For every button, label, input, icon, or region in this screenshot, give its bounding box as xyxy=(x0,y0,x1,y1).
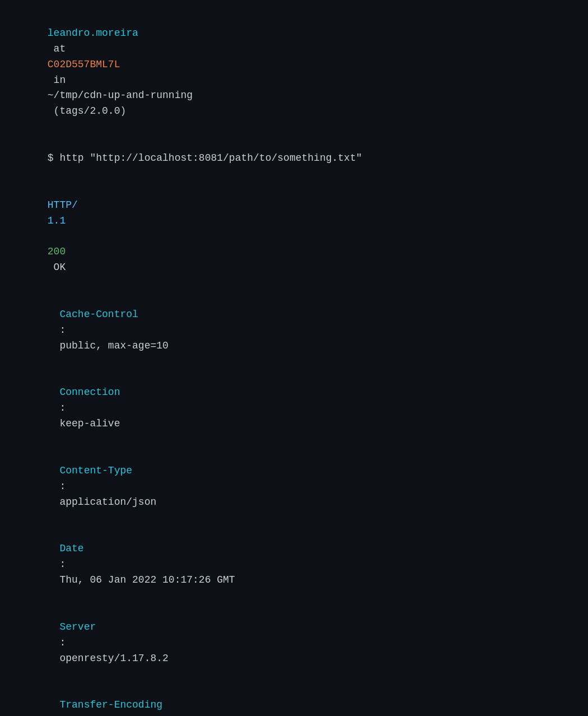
header-content-type-1: Content-Type : application/json xyxy=(11,448,577,526)
header-key: Date xyxy=(59,543,83,554)
header-sep: : xyxy=(59,481,72,492)
header-val: Thu, 06 Jan 2022 10:17:26 GMT xyxy=(59,574,235,585)
prompt-host-1: C02D557BML7L xyxy=(48,59,120,70)
headers-1: Cache-Control : public, max-age=10 Conne… xyxy=(11,291,577,716)
header-key: Cache-Control xyxy=(59,309,138,320)
terminal-block-1: leandro.moreira at C02D557BML7L in ~/tmp… xyxy=(11,10,577,716)
header-connection-1: Connection : keep-alive xyxy=(11,369,577,447)
header-val: openresty/1.17.8.2 xyxy=(59,653,168,664)
header-val: keep-alive xyxy=(59,418,120,429)
command-line-1: $ http "http://localhost:8081/path/to/so… xyxy=(11,135,577,182)
prompt-user-1: leandro.moreira xyxy=(48,27,138,39)
prompt-in-1: in xyxy=(48,75,72,86)
command-text-1: $ http "http://localhost:8081/path/to/so… xyxy=(48,152,362,164)
prompt-tag-1: (tags/2.0.0) xyxy=(48,105,126,117)
header-val: public, max-age=10 xyxy=(59,340,168,351)
header-key: Transfer-Encoding xyxy=(59,699,162,710)
header-key: Server xyxy=(59,621,96,633)
http-status-code-1: 200 xyxy=(48,246,66,257)
http-status-text-1: OK xyxy=(48,262,66,273)
header-transfer-encoding-1: Transfer-Encoding : chunked xyxy=(11,682,577,716)
prompt-at-1: at xyxy=(48,43,72,54)
prompt-path-1: ~/tmp/cdn-up-and-running xyxy=(48,90,193,101)
header-val: application/json xyxy=(59,496,156,508)
header-sep: : xyxy=(59,324,72,336)
header-sep: : xyxy=(59,402,72,413)
header-cache-control-1: Cache-Control : public, max-age=10 xyxy=(11,291,577,369)
http-version-num-1: 1.1 xyxy=(48,215,66,226)
prompt-line-1: leandro.moreira at C02D557BML7L in ~/tmp… xyxy=(11,10,577,135)
http-status-line-1: HTTP/ 1.1 200 OK xyxy=(11,182,577,291)
http-space-1 xyxy=(48,230,54,241)
header-sep: : xyxy=(59,559,72,570)
header-key: Connection xyxy=(59,387,120,398)
terminal-container: leandro.moreira at C02D557BML7L in ~/tmp… xyxy=(11,10,577,716)
header-server-1: Server : openresty/1.17.8.2 xyxy=(11,604,577,682)
header-date-1: Date : Thu, 06 Jan 2022 10:17:26 GMT xyxy=(11,526,577,603)
header-sep: : xyxy=(59,637,72,648)
header-key: Content-Type xyxy=(59,465,132,476)
http-label-1: HTTP/ xyxy=(48,199,78,211)
